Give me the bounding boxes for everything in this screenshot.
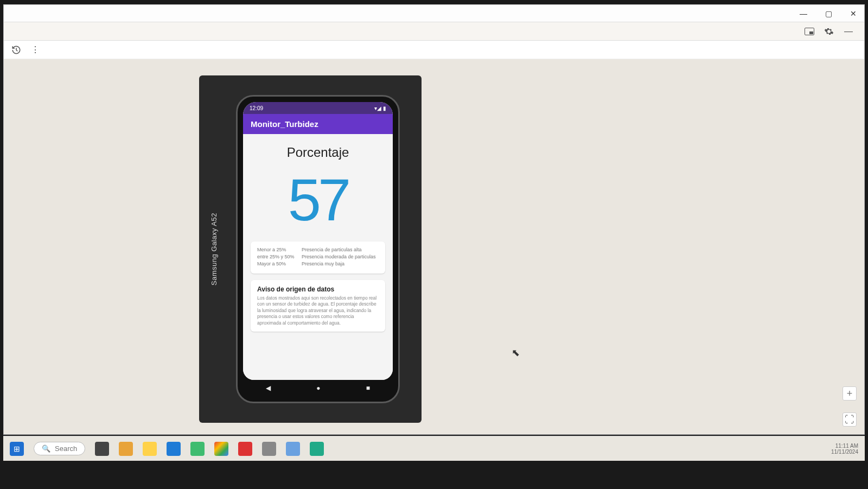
android-nav-bar: ◀ ● ■ — [243, 380, 393, 396]
window-subbar: — — [4, 22, 864, 41]
zoom-fit-button[interactable]: ⛶ — [843, 412, 857, 427]
taskbar-time: 11:11 AM — [835, 443, 858, 449]
android-status-bar: 12:09 ▾◢ ▮ — [243, 102, 393, 114]
taskbar-app-icon[interactable] — [238, 442, 252, 456]
taskbar-app-icon[interactable] — [143, 442, 157, 456]
app-title: Monitor_Turbidez — [251, 119, 318, 129]
search-placeholder: Search — [55, 444, 77, 453]
legend-description: Presencia muy baja — [302, 261, 379, 266]
window-minimize-button[interactable]: — — [796, 6, 811, 21]
legend-row: Mayor a 50% Presencia muy baja — [257, 261, 379, 266]
editor-toolbar: ⋮ — [4, 41, 864, 59]
settings-gear-icon[interactable] — [823, 26, 835, 37]
phone-body: 12:09 ▾◢ ▮ Monitor_Turbidez Porcentaje — [236, 95, 400, 403]
window-close-button[interactable]: ✕ — [846, 6, 861, 21]
more-vertical-icon[interactable]: ⋮ — [31, 45, 40, 55]
taskbar-app-icon[interactable] — [95, 442, 109, 456]
taskbar-app-icon[interactable] — [286, 442, 300, 456]
search-icon: 🔍 — [42, 444, 50, 453]
window-maximize-button[interactable]: ▢ — [821, 6, 836, 21]
percentage-section: Porcentaje 57 — [251, 143, 385, 235]
zoom-in-button[interactable]: + — [843, 386, 857, 401]
phone-screen[interactable]: 12:09 ▾◢ ▮ Monitor_Turbidez Porcentaje — [243, 102, 393, 380]
taskbar-clock[interactable]: 11:11 AM 11/11/2024 — [831, 443, 858, 455]
taskbar-app-icon[interactable] — [190, 442, 205, 456]
pip-icon[interactable] — [803, 26, 815, 37]
app-body: Porcentaje 57 Menor a 25% Presencia de p… — [243, 134, 393, 380]
info-body: Los datos mostrados aqui son recolectado… — [257, 295, 379, 326]
taskbar-date: 11/11/2024 — [831, 449, 858, 455]
app-title-bar: Monitor_Turbidez — [243, 114, 393, 134]
start-button[interactable]: ⊞ — [10, 442, 24, 456]
device-model-label: Samsung Galaxy A52 — [210, 213, 218, 285]
history-icon[interactable] — [11, 45, 21, 55]
taskbar-app-icon[interactable] — [119, 442, 133, 456]
svg-rect-1 — [809, 31, 813, 34]
emulator-canvas[interactable]: Samsung Galaxy A52 12:09 ▾◢ ▮ Monitor_Tu… — [4, 59, 864, 434]
status-icons: ▾◢ ▮ — [374, 105, 386, 111]
info-card: Aviso de origen de datos Los datos mostr… — [251, 280, 385, 332]
taskbar-search[interactable]: 🔍 Search — [34, 442, 85, 455]
percentage-label: Porcentaje — [251, 145, 385, 160]
nav-recent-button[interactable]: ■ — [366, 384, 370, 392]
taskbar-app-icon[interactable] — [310, 442, 324, 456]
chrome-icon[interactable] — [214, 442, 228, 456]
nav-home-button[interactable]: ● — [316, 384, 320, 392]
taskbar-app-icon[interactable] — [167, 442, 181, 456]
legend-description: Presencia moderada de particulas — [302, 254, 379, 259]
zoom-controls: + ⛶ — [843, 386, 857, 427]
app-window: — ▢ ✕ — ⋮ Samsung Galaxy A52 — [3, 4, 865, 435]
legend-row: Menor a 25% Presencia de particulas alta — [257, 247, 379, 252]
legend-threshold: Mayor a 50% — [257, 261, 296, 266]
nav-back-button[interactable]: ◀ — [266, 384, 271, 392]
info-title: Aviso de origen de datos — [257, 285, 379, 293]
legend-card: Menor a 25% Presencia de particulas alta… — [251, 242, 385, 274]
windows-taskbar: ⊞ 🔍 Search 11:11 AM 11/11/2024 — [3, 436, 865, 461]
signal-battery-icons: ▾◢ ▮ — [374, 105, 386, 111]
window-titlebar: — ▢ ✕ — [4, 5, 864, 22]
legend-description: Presencia de particulas alta — [302, 247, 379, 252]
subbar-more-icon[interactable]: — — [843, 26, 854, 37]
status-time: 12:09 — [250, 105, 263, 111]
legend-threshold: entre 25% y 50% — [257, 254, 296, 259]
legend-row: entre 25% y 50% Presencia moderada de pa… — [257, 254, 379, 259]
legend-threshold: Menor a 25% — [257, 247, 296, 252]
mouse-cursor-icon: ⬉ — [512, 347, 520, 359]
device-frame: Samsung Galaxy A52 12:09 ▾◢ ▮ Monitor_Tu… — [199, 75, 422, 423]
percentage-value: 57 — [251, 170, 385, 230]
monitor-bezel: — ▢ ✕ — ⋮ Samsung Galaxy A52 — [0, 0, 868, 489]
taskbar-app-icon[interactable] — [262, 442, 276, 456]
